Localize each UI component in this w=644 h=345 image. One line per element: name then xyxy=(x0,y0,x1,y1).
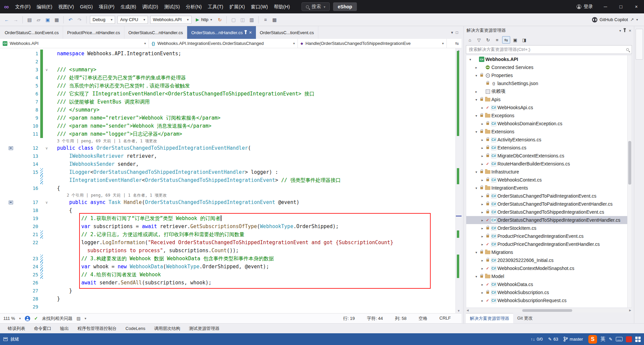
panel-tab[interactable]: 命令窗口 xyxy=(30,324,56,334)
tree-item[interactable]: ▸C#20230925222606_Initial.cs xyxy=(466,256,632,264)
switch-views-icon[interactable]: ⌂ xyxy=(466,36,474,44)
tree-item[interactable]: ▾Extensions xyxy=(466,128,632,136)
pin-icon[interactable] xyxy=(624,29,625,32)
code-row[interactable]: 2 xyxy=(0,58,455,66)
code-row[interactable]: 21 // 2.记录日志, 方便运维或调试, 打印收到事件和需要处理的订阅数量 xyxy=(0,230,455,238)
expander-icon[interactable]: ▸ xyxy=(480,226,485,230)
code-row[interactable]: 3∨/// <summary> xyxy=(0,66,455,74)
tree-item[interactable]: ▸Connected Services xyxy=(466,63,632,71)
expander-icon[interactable]: ▸ xyxy=(480,122,485,126)
code-row[interactable]: 10/// <param name="sender">Webhook 消息发送服… xyxy=(0,122,455,130)
expander-icon[interactable]: ▸ xyxy=(480,218,485,222)
split-editor-icon[interactable]: ⇆ xyxy=(455,41,459,46)
scroll-left-icon[interactable]: ◀ xyxy=(467,308,469,313)
tree-item[interactable]: ▸C#OrderStockItem.cs xyxy=(466,224,632,232)
break-all-button[interactable]: ▢ xyxy=(229,15,237,24)
start-debugging-button[interactable]: ▶ http ▾ xyxy=(193,15,215,24)
pending-edits-indicator[interactable]: ✎ 63 xyxy=(548,337,558,342)
code-cleanup-icon[interactable]: ▨ xyxy=(76,316,80,321)
code-row[interactable]: 22 logger.LogInformation("Received Order… xyxy=(0,238,455,247)
tree-scrollbar[interactable] xyxy=(627,55,632,307)
menu-item[interactable]: 窗口(W) xyxy=(248,0,271,13)
tree-item[interactable]: ▾Model xyxy=(466,272,632,280)
tree-item[interactable]: ▸C#ProductPriceChangedIntegrationEvent.c… xyxy=(466,232,632,240)
expander-icon[interactable]: ▾ xyxy=(474,251,479,254)
tree-item[interactable]: ▸✓C#WebhookData.cs xyxy=(466,280,632,288)
expander-icon[interactable]: ▸ xyxy=(480,106,485,110)
char-indicator[interactable]: 字符: 44 xyxy=(367,316,383,322)
ime-language-indicator[interactable]: 英 xyxy=(600,336,605,342)
tree-item[interactable]: ▸C#OrderStatusChangedToPaidIntegrationEv… xyxy=(466,200,632,208)
tree-item[interactable]: ▸C#OrderStatusChangedToPaidIntegrationEv… xyxy=(466,192,632,200)
refresh-icon[interactable]: ↻ xyxy=(484,36,492,44)
tree-item[interactable]: ▸✓C#WebhookSubscriptionRequest.cs xyxy=(466,296,632,304)
expander-icon[interactable]: ▸ xyxy=(480,154,485,158)
tree-item[interactable]: ▸✓C#WebHooksApi.cs xyxy=(466,104,632,112)
code-row[interactable]: 18 { xyxy=(0,206,455,214)
sogou-input-logo[interactable]: S xyxy=(588,335,597,344)
pin-icon[interactable] xyxy=(245,31,246,34)
code-row[interactable]: 12∨public class OrderStatusChangedToShip… xyxy=(0,144,455,152)
collapse-all-icon[interactable]: ≡ xyxy=(493,36,501,44)
expander-icon[interactable]: ▸ xyxy=(480,162,485,166)
tree-item[interactable]: ▸✓C#ProductPriceChangedIntegrationEventH… xyxy=(466,240,632,248)
solution-explorer-search[interactable]: 搜索解决方案资源管理器(Ctrl+;) xyxy=(466,45,632,54)
document-health-label[interactable]: 未找到相关问题 xyxy=(42,316,72,322)
more-tools-button[interactable]: ▩ xyxy=(270,15,278,24)
tree-horizontal-scrollbar[interactable]: ◀ ▶ xyxy=(466,308,632,313)
expander-icon[interactable]: ▸ xyxy=(480,267,485,270)
document-tab[interactable]: OrderStatusC...tionEvent.cs xyxy=(1,26,63,39)
open-file-button[interactable]: ▱ xyxy=(35,15,43,24)
code-editor[interactable]: 1namespace Webhooks.API.IntegrationEvent… xyxy=(0,48,462,313)
document-tab[interactable]: OrderStatus...ntHandler.cs× xyxy=(187,26,256,39)
code-row[interactable]: 15 ILogger<OrderStatusChangedToShippedIn… xyxy=(0,168,455,176)
window-layout-button[interactable]: ≡ xyxy=(261,15,269,24)
sign-in-button[interactable]: 登录 xyxy=(572,0,598,13)
line-ending-indicator[interactable]: CRLF xyxy=(439,316,451,322)
code-row[interactable]: 19 // 1.获取所有订阅了“订单已发货”类型 Webhook 的订阅者 xyxy=(0,214,455,222)
expander-icon[interactable]: ▸ xyxy=(480,138,485,142)
panel-tab[interactable]: 程序包管理器控制台 xyxy=(73,324,121,334)
panel-tab[interactable]: 输出 xyxy=(56,324,73,334)
menu-item[interactable]: 编辑(E) xyxy=(34,0,55,13)
code-row[interactable]: 8/// </summary> xyxy=(0,106,455,114)
keyboard-icon[interactable] xyxy=(616,337,623,341)
tab-git-changes[interactable]: Git 更改 xyxy=(513,313,537,323)
menu-item[interactable]: 帮助(H) xyxy=(271,0,293,13)
expander-icon[interactable]: ▸ xyxy=(480,291,485,294)
code-row[interactable]: 6/// 它实现了 IIntegrationEventHandler<Order… xyxy=(0,90,455,98)
close-icon[interactable]: × xyxy=(629,28,631,33)
scroll-down-icon[interactable]: ▼ xyxy=(456,309,462,313)
panel-tab[interactable]: 错误列表 xyxy=(3,324,30,334)
project-breadcrumb-dropdown[interactable]: C# Webhooks.API ▾ xyxy=(0,39,149,48)
tree-item[interactable]: ▸✓C#RouteHandlerBuilderExtensions.cs xyxy=(466,160,632,168)
expander-icon[interactable]: ▾ xyxy=(474,186,479,190)
panel-tab[interactable]: 调用层次结构 xyxy=(150,324,184,334)
fold-caret-icon[interactable]: ∨ xyxy=(43,144,50,152)
ime-pencil-icon[interactable]: ✎ xyxy=(609,337,612,342)
panel-tab[interactable]: 测试资源管理器 xyxy=(184,324,224,334)
tree-item[interactable]: ▾Migrations xyxy=(466,248,632,256)
expander-icon[interactable]: ▾ xyxy=(474,74,479,77)
save-all-button[interactable]: ▦ xyxy=(53,15,61,24)
code-row[interactable]: 7/// 以便能够被 EventBus 调度和调用 xyxy=(0,98,455,106)
tree-item[interactable]: ▾Apis xyxy=(466,95,632,104)
expander-icon[interactable]: ▸ xyxy=(480,259,485,262)
code-row[interactable]: 2 个引用 | peng, 69 天前 | 1 名作者, 1 项更改 xyxy=(0,192,455,198)
tree-item[interactable]: ▾Exceptions xyxy=(466,112,632,120)
sync-with-active-document-icon[interactable]: ⇆ xyxy=(502,36,510,44)
new-file-button[interactable]: ▤ xyxy=(25,15,34,24)
accessibility-checker-icon[interactable] xyxy=(25,316,30,321)
menu-item[interactable]: 扩展(X) xyxy=(226,0,248,13)
redo-button[interactable]: ↷ xyxy=(75,15,84,24)
document-tab[interactable]: OrderStatusC...tionEvent.cs xyxy=(256,26,318,39)
undo-button[interactable]: ↶ xyxy=(66,15,74,24)
expander-icon[interactable]: ▸ xyxy=(480,202,485,206)
debug-configuration-dropdown[interactable]: Debug ▾ xyxy=(90,16,115,24)
code-row[interactable]: 14 IWebhooksSender sender, xyxy=(0,160,455,168)
expander-icon[interactable]: ▸ xyxy=(480,243,485,246)
properties-icon[interactable]: ▣ xyxy=(511,36,519,44)
document-tab[interactable]: OrderStatusC...ntHandler.cs xyxy=(124,26,187,39)
code-row[interactable]: 13 IWebhooksRetriever retriever, xyxy=(0,152,455,160)
menu-item[interactable]: 调试(D) xyxy=(139,0,161,13)
